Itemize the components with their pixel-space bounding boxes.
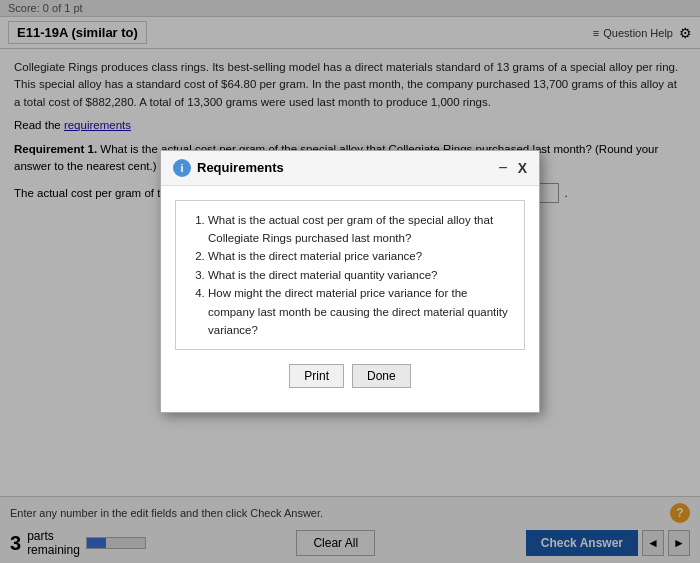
close-icon: X bbox=[518, 160, 527, 176]
modal-header: i Requirements − X bbox=[161, 151, 539, 186]
info-icon: i bbox=[173, 159, 191, 177]
requirements-ol: What is the actual cost per gram of the … bbox=[190, 211, 510, 340]
done-button[interactable]: Done bbox=[352, 364, 411, 388]
requirements-list: What is the actual cost per gram of the … bbox=[175, 200, 525, 351]
modal-overlay: i Requirements − X What is the bbox=[0, 0, 700, 563]
modal-header-left: i Requirements bbox=[173, 159, 284, 177]
requirement-item-2: What is the direct material price varian… bbox=[208, 247, 510, 265]
modal-controls: − X bbox=[496, 160, 527, 176]
close-button[interactable]: X bbox=[518, 160, 527, 176]
print-button[interactable]: Print bbox=[289, 364, 344, 388]
requirements-modal: i Requirements − X What is the bbox=[160, 150, 540, 414]
minimize-icon: − bbox=[498, 159, 507, 176]
modal-footer: Print Done bbox=[175, 364, 525, 398]
requirement-item-1: What is the actual cost per gram of the … bbox=[208, 211, 510, 248]
print-label: Print bbox=[304, 369, 329, 383]
modal-title: Requirements bbox=[197, 160, 284, 175]
minimize-button[interactable]: − bbox=[496, 160, 509, 176]
requirement-item-4: How might the direct material price vari… bbox=[208, 284, 510, 339]
done-label: Done bbox=[367, 369, 396, 383]
main-container: Score: 0 of 1 pt E11-19A (similar to) ≡ … bbox=[0, 0, 700, 563]
modal-body: What is the actual cost per gram of the … bbox=[161, 186, 539, 413]
requirement-item-3: What is the direct material quantity var… bbox=[208, 266, 510, 284]
